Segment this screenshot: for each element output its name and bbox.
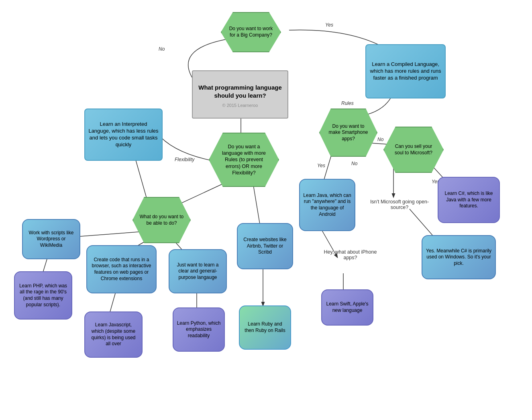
yes-meanwhile-box: Yes. Meanwhile C# is primarily used on W…	[422, 235, 496, 279]
hey-iphone-text: Hey, what about iPhone apps?	[324, 249, 377, 260]
hey-iphone-label: Hey, what about iPhone apps?	[321, 249, 379, 260]
main-title-text: What programming language should you lea…	[193, 80, 287, 102]
what-do-question: What do you want to be able to do?	[132, 197, 191, 243]
big-company-text: Do you want to work for a Big Company?	[222, 23, 280, 41]
copyright-text: © 2015 Learneroo	[222, 102, 258, 108]
learn-javascript-text: Learn Javascript, which (despite some qu…	[85, 319, 142, 350]
rules-flex-text: Do you want a language with more Rules (…	[210, 140, 278, 179]
just-learn-box: Just want to learn a clear and general-p…	[169, 249, 227, 293]
svg-line-4	[70, 231, 149, 237]
compiled-lang-box: Learn a Compiled Language, which has mor…	[365, 44, 446, 98]
create-browser-box: Create code that runs in a browser, such…	[86, 245, 157, 293]
learn-swift-text: Learn Swift, Apple's new language	[322, 298, 373, 317]
learn-python-box: Learn Python, which emphasizes readabili…	[173, 307, 225, 352]
rules-flex-question: Do you want a language with more Rules (…	[209, 133, 279, 187]
learn-php-text: Learn PHP, which was all the rage in the…	[15, 280, 71, 311]
isnt-ms-label: Isn't Microsoft going open-source?	[367, 199, 432, 210]
flexibility-label: Flexibility	[175, 157, 194, 162]
main-title-box: What programming language should you lea…	[192, 70, 288, 119]
yes2-label: Yes	[317, 163, 325, 168]
learn-php-box: Learn PHP, which was all the rage in the…	[14, 271, 72, 320]
learn-swift-box: Learn Swift, Apple's new language	[321, 289, 373, 326]
yes1-label: Yes	[325, 22, 333, 28]
learn-javascript-box: Learn Javascript, which (despite some qu…	[84, 311, 143, 358]
interpreted-lang-text: Learn an Interpreted Languge, which has …	[85, 118, 162, 152]
learn-ruby-text: Learn Ruby and then Ruby on Rails	[240, 318, 290, 337]
sell-soul-question: Can you sell your soul to Microsoft?	[383, 127, 444, 173]
learn-cs-text: Learn C#, which is like Java with a few …	[438, 187, 499, 213]
interpreted-lang-box: Learn an Interpreted Languge, which has …	[84, 109, 163, 161]
rules-label: Rules	[341, 100, 354, 106]
isnt-ms-text: Isn't Microsoft going open-source?	[370, 199, 429, 210]
what-do-text: What do you want to be able to do?	[133, 211, 190, 229]
create-websites-text: Create websites like Airbnb, Twitter or …	[238, 234, 292, 259]
sell-soul-text: Can you sell your soul to Microsoft?	[384, 140, 443, 159]
wordpress-box: Work with scripts like Wordpress or Wiki…	[22, 219, 80, 259]
learn-java-box: Learn Java, which can run "anywhere" and…	[299, 179, 355, 231]
big-company-question: Do you want to work for a Big Company?	[221, 12, 281, 52]
yes-meanwhile-text: Yes. Meanwhile C# is primarily used on W…	[422, 245, 495, 270]
no1-label: No	[159, 46, 165, 52]
learn-ruby-box: Learn Ruby and then Ruby on Rails	[239, 305, 291, 350]
smartphone-text: Do you want to make Smartphone apps?	[320, 120, 377, 145]
no3-label: No	[351, 161, 357, 166]
just-learn-text: Just want to learn a clear and general-p…	[169, 259, 226, 284]
smartphone-question: Do you want to make Smartphone apps?	[319, 109, 377, 157]
wordpress-text: Work with scripts like Wordpress or Wiki…	[23, 227, 79, 252]
no2-label: No	[377, 137, 383, 142]
learn-cs-box: Learn C#, which is like Java with a few …	[438, 177, 500, 223]
create-websites-box: Create websites like Airbnb, Twitter or …	[237, 223, 293, 269]
create-browser-text: Create code that runs in a browser, such…	[87, 254, 156, 285]
compiled-lang-text: Learn a Compiled Language, which has mor…	[366, 58, 445, 85]
learn-java-text: Learn Java, which can run "anywhere" and…	[300, 189, 355, 221]
flowchart: What programming language should you lea…	[0, 0, 532, 420]
learn-python-text: Learn Python, which emphasizes readabili…	[173, 317, 224, 342]
